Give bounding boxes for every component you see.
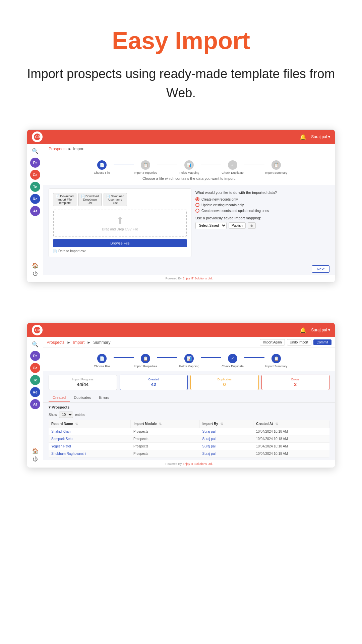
browse-file-btn[interactable]: Browse File: [53, 239, 187, 247]
show-entries-select[interactable]: 10 25 50: [59, 412, 73, 418]
app-body: 🔍 Pr Ca Te Re At 🏠 ⏻ Prospects ► Import: [27, 144, 335, 282]
row1-at: 10/04/2024 10:18 AM: [253, 428, 329, 435]
sidebar-item-re[interactable]: Re: [30, 194, 40, 204]
step-check-duplicate: ✓ Check Duplicate: [221, 160, 244, 174]
screen2-step-circle-1: 📄: [97, 354, 107, 363]
screen2-step-circle-2: 📋: [141, 354, 150, 363]
undo-import-btn[interactable]: Undo Import: [287, 339, 311, 345]
row2-by[interactable]: Suraj pal: [200, 435, 253, 443]
download-dropdown-btn[interactable]: 📄 DownloadDropdownList: [78, 193, 102, 206]
step-label-1: Choose File: [90, 171, 114, 174]
sort-icon-at: ⇅: [275, 422, 278, 426]
col-import-module: Import Module ⇅: [131, 420, 200, 428]
download-import-template-btn[interactable]: 📄 DownloadImport FileTemplate: [53, 193, 76, 206]
screen2-sidebar-re[interactable]: Re: [30, 387, 40, 397]
file-right: What would you like to do with the impor…: [195, 189, 329, 231]
screen2-home-icon[interactable]: 🏠: [32, 448, 39, 454]
screen2-sidebar-ca[interactable]: Ca: [30, 363, 40, 373]
radio-create-new[interactable]: Create new records only: [195, 197, 329, 201]
screen2-company-name: Enjay IT Solutions Ltd.: [183, 462, 213, 466]
step-label-3: Fields Mapping: [177, 171, 201, 174]
screen2-step-line-2: [157, 357, 177, 358]
search-icon[interactable]: 🔍: [31, 147, 40, 156]
dropzone[interactable]: ⬆ Drag and Drop CSV File: [53, 210, 187, 236]
sidebar-item-at[interactable]: At: [30, 206, 40, 216]
step-label-4: Check Duplicate: [221, 171, 244, 174]
step-label-5: Import Summary: [264, 171, 288, 174]
screen2-step-check-dup: ✓ Check Duplicate: [221, 354, 244, 368]
row1-name[interactable]: Shahid Khan: [49, 428, 131, 435]
row3-by[interactable]: Suraj pal: [200, 443, 253, 450]
main-content: Prospects ► Import 📄 Choose File 📋 Impor…: [43, 144, 335, 282]
screen2-sidebar: 🔍 Pr Ca Te Re At 🏠 ⏻: [27, 337, 43, 468]
row1-by[interactable]: Suraj pal: [200, 428, 253, 435]
tab-errors[interactable]: Errors: [95, 393, 113, 402]
options-title: What would you like to do with the impor…: [195, 191, 329, 195]
home-icon[interactable]: 🏠: [32, 262, 39, 269]
screen2-user-menu[interactable]: Suraj pal ▾: [311, 328, 330, 332]
row3-module: Prospects: [131, 443, 200, 450]
screen2-sidebar-at[interactable]: At: [30, 399, 40, 409]
screen2-step-circle-3: 📊: [184, 354, 194, 363]
screen2-search-icon[interactable]: 🔍: [31, 340, 40, 349]
screen2-step-line-4: [244, 357, 264, 358]
stat-duplicates: Duplicates 0: [190, 375, 259, 390]
power-icon[interactable]: ⏻: [33, 271, 38, 277]
screen2-stepper: 📄 Choose File 📋 Import Properties 📊 Fiel…: [43, 348, 335, 370]
screen2-powered-by: Powered By Enjay IT Solutions Ltd.: [43, 460, 335, 468]
user-menu[interactable]: Suraj pal ▾: [311, 135, 330, 139]
breadcrumb-sep: ►: [68, 147, 72, 151]
radio-update-existing[interactable]: Update existing records only: [195, 203, 329, 207]
row2-at: 10/04/2024 10:18 AM: [253, 435, 329, 443]
select-saved[interactable]: Select Saved: [195, 222, 227, 229]
delete-mapping-btn[interactable]: 🗑: [248, 222, 256, 229]
powered-by: Powered By Enjay IT Solutions Ltd.: [43, 275, 335, 282]
data-table: Record Name ⇅ Import Module ⇅ Import By …: [49, 420, 329, 458]
screen2-breadcrumb-import[interactable]: Import: [73, 340, 84, 345]
table-section: ▾ Prospects Show 10 25 50 entries Record…: [43, 402, 335, 460]
step-circle-1: 📄: [97, 160, 107, 170]
tab-created[interactable]: Created: [49, 393, 70, 402]
sidebar-item-te[interactable]: Te: [30, 182, 40, 192]
publish-btn[interactable]: Publish: [229, 222, 246, 229]
screen2-breadcrumb-sep1: ►: [67, 340, 71, 345]
screen2-breadcrumb-prospects[interactable]: Prospects: [47, 340, 64, 345]
radio-create-new-dot: [195, 197, 199, 201]
step-circle-4: ✓: [228, 160, 237, 170]
show-label: Show: [49, 413, 57, 417]
row4-by[interactable]: Suraj pal: [200, 450, 253, 458]
col-record-name: Record Name ⇅: [49, 420, 131, 428]
bell-icon[interactable]: 🔔: [300, 134, 306, 140]
screen2-power-icon[interactable]: ⏻: [33, 456, 38, 462]
next-btn[interactable]: Next: [312, 265, 329, 273]
tab-duplicates[interactable]: Duplicates: [70, 393, 95, 402]
sidebar-item-ca[interactable]: Ca: [30, 170, 40, 180]
stat-progress-label: Import Progress: [52, 378, 114, 381]
row4-name[interactable]: Shubham Raghuvanshi: [49, 450, 131, 458]
screen2-wrapper: CRM 🔔 Suraj pal ▾ 🔍 Pr Ca Te Re At 🏠 ⏻: [27, 323, 335, 468]
row3-name[interactable]: Yogesh Patel: [49, 443, 131, 450]
file-section: 📄 DownloadImport FileTemplate 📄 Download…: [49, 189, 329, 257]
row2-module: Prospects: [131, 435, 200, 443]
sort-icon-module: ⇅: [159, 422, 162, 426]
import-again-btn[interactable]: Import Again: [260, 339, 285, 345]
screen2-sidebar-pr[interactable]: Pr: [30, 351, 40, 361]
screen2-sidebar-te[interactable]: Te: [30, 375, 40, 385]
breadcrumb-prospects[interactable]: Prospects: [49, 147, 66, 151]
step-import-properties: 📋 Import Properties: [134, 160, 157, 174]
dropzone-text: Drag and Drop CSV File: [102, 227, 138, 231]
screen2-breadcrumb-sep2: ►: [87, 340, 91, 345]
screen2-action-buttons: Import Again Undo Import Commit: [260, 339, 331, 345]
step-circle-5: 📋: [272, 160, 281, 170]
radio-both[interactable]: Create new records and update existing o…: [195, 209, 329, 213]
table-row: Shubham Raghuvanshi Prospects Suraj pal …: [49, 450, 329, 458]
row2-name[interactable]: Sampark Setu: [49, 435, 131, 443]
hero-title: Easy Import: [13, 27, 349, 54]
screen2-bell-icon[interactable]: 🔔: [300, 327, 306, 333]
commit-btn[interactable]: Commit: [313, 339, 331, 345]
step-import-summary: 📋 Import Summary: [264, 160, 288, 174]
sidebar-item-pr[interactable]: Pr: [30, 158, 40, 168]
screen2-app-body: 🔍 Pr Ca Te Re At 🏠 ⏻ Prospects ► Import …: [27, 337, 335, 468]
download-username-btn[interactable]: 📄 DownloadUsernameList: [104, 193, 127, 206]
screen2-step-line-1: [114, 357, 134, 358]
